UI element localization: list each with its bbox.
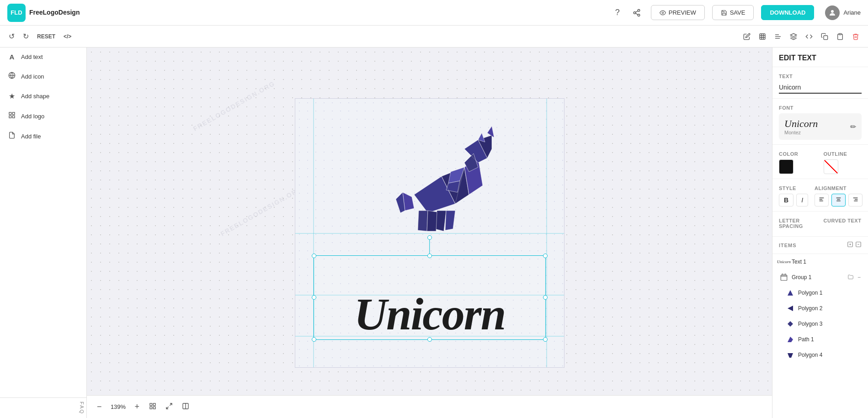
redo-button[interactable]: ↻ — [20, 30, 32, 43]
layer-group-folder-button[interactable] — [847, 273, 855, 282]
svg-rect-7 — [760, 34, 765, 39]
svg-rect-19 — [9, 116, 11, 118]
svg-rect-12 — [824, 36, 828, 40]
align-right-button[interactable] — [848, 194, 863, 206]
sidebar-item-add-logo[interactable]: Add logo — [0, 106, 86, 126]
watermark-3: FREELOGODESIGN.ORG — [219, 185, 304, 238]
sidebar-item-add-icon[interactable]: Add icon — [0, 66, 86, 86]
svg-point-70 — [782, 274, 783, 275]
sidebar-item-add-text[interactable]: A Add text — [0, 48, 86, 66]
delete-icon-button[interactable] — [849, 31, 863, 42]
edit-text-header: EDIT TEXT — [772, 48, 868, 67]
reset-button[interactable]: RESET — [34, 31, 59, 42]
italic-button[interactable]: I — [796, 194, 808, 206]
layer-text1[interactable]: Unicorn Text 1 — [772, 254, 868, 270]
zoom-value: 139% — [109, 403, 128, 410]
layer-group-collapse-button[interactable]: − — [857, 273, 862, 282]
layer-polygon2-thumb — [785, 303, 795, 313]
layer-group1-name: Group 1 — [792, 274, 844, 280]
right-panel: EDIT TEXT TEXT FONT Unicorn Montez ✏ COL… — [772, 48, 868, 418]
handle-tm[interactable] — [427, 254, 432, 258]
help-button[interactable]: ? — [612, 5, 623, 20]
layer-polygon3[interactable]: Polygon 3 — [772, 316, 868, 332]
unicorn-illustration — [378, 112, 506, 245]
svg-line-3 — [635, 13, 638, 15]
layers-icon-button[interactable] — [787, 31, 800, 42]
svg-marker-72 — [788, 290, 793, 296]
letter-spacing-label: LETTER SPACING — [779, 218, 817, 229]
logo-text: FreeLogoDesign — [29, 9, 80, 16]
edit-icon-button[interactable] — [740, 31, 754, 42]
fit-view-button[interactable] — [163, 400, 175, 414]
code-button[interactable]: </> — [60, 31, 75, 42]
svg-rect-48 — [153, 403, 155, 406]
items-collapse-button[interactable] — [855, 241, 862, 249]
resize-icon-button[interactable] — [756, 31, 769, 42]
layer-polygon2-name: Polygon 2 — [798, 305, 862, 312]
logo-nav-icon — [7, 111, 16, 121]
align-icon-button[interactable] — [771, 31, 785, 42]
font-preview-box[interactable]: Unicorn Montez ✏ — [779, 113, 862, 140]
font-edit-button[interactable]: ✏ — [850, 122, 856, 131]
canvas-wrapper[interactable]: Unicorn — [295, 98, 564, 368]
style-label: STYLE — [779, 185, 808, 191]
color-swatch[interactable] — [779, 159, 793, 174]
layer-polygon3-thumb — [785, 319, 795, 329]
align-center-button[interactable] — [831, 194, 846, 206]
main-layout: A Add text Add icon ★ Add shape Add logo… — [0, 48, 868, 418]
svg-line-4 — [635, 11, 638, 12]
download-button[interactable]: DOWNLOAD — [761, 5, 814, 20]
zoom-in-button[interactable]: + — [132, 400, 143, 413]
faq-strip: FAQ — [0, 397, 86, 418]
code-alt-icon-button[interactable] — [802, 31, 816, 42]
undo-button[interactable]: ↺ — [5, 30, 18, 43]
split-view-button[interactable] — [180, 400, 192, 414]
style-section: STYLE B I ALIGNMENT — [772, 179, 868, 212]
handle-bm[interactable] — [427, 337, 432, 342]
svg-point-2 — [638, 14, 640, 16]
logo-area: FLD FreeLogoDesign — [7, 4, 80, 22]
layer-polygon4[interactable]: Polygon 4 — [772, 347, 868, 363]
logo-abbr: FLD — [11, 9, 22, 16]
curved-text-label: CURVED TEXT — [824, 218, 862, 223]
paste-icon-button[interactable] — [833, 31, 847, 42]
sidebar-item-add-file[interactable]: Add file — [0, 126, 86, 146]
save-button[interactable]: SAVE — [712, 5, 754, 20]
grid-view-button[interactable] — [147, 400, 159, 414]
canvas-area[interactable]: FREELOGODESIGN.ORG FREELOGODESIGN.ORG FR… — [87, 48, 772, 418]
selection-box[interactable] — [314, 255, 546, 340]
handle-lm[interactable] — [312, 295, 316, 300]
share-button[interactable] — [630, 6, 644, 20]
zoom-out-button[interactable]: − — [94, 400, 105, 413]
layer-group1[interactable]: Group 1 − — [772, 270, 868, 285]
layer-path1[interactable]: Path 1 — [772, 332, 868, 347]
sidebar-item-label: Add shape — [21, 93, 49, 100]
sidebar-item-label: Add icon — [21, 73, 44, 80]
globe-icon — [7, 72, 16, 81]
bold-button[interactable]: B — [779, 194, 793, 206]
svg-point-1 — [634, 11, 636, 14]
layer-polygon3-name: Polygon 3 — [798, 321, 862, 327]
items-expand-button[interactable] — [847, 241, 853, 249]
rotate-handle[interactable] — [427, 235, 432, 240]
handle-bl[interactable] — [312, 337, 316, 342]
svg-rect-17 — [12, 112, 15, 115]
outline-swatch[interactable] — [824, 159, 838, 174]
layer-polygon1[interactable]: Polygon 1 — [772, 285, 868, 301]
align-left-button[interactable] — [815, 194, 829, 206]
user-name: Ariane — [843, 9, 861, 16]
handle-tr[interactable] — [543, 254, 548, 258]
text-section: TEXT — [772, 67, 868, 99]
text-input[interactable] — [779, 82, 862, 94]
layer-polygon1-thumb — [785, 288, 795, 298]
handle-tl[interactable] — [312, 254, 316, 258]
layer-polygon2[interactable]: Polygon 2 — [772, 301, 868, 316]
svg-point-71 — [785, 274, 786, 275]
handle-rm[interactable] — [543, 295, 548, 300]
preview-button[interactable]: PREVIEW — [651, 5, 705, 20]
extra-labels-section: LETTER SPACING CURVED TEXT — [772, 212, 868, 237]
handle-br[interactable] — [543, 337, 548, 342]
copy-icon-button[interactable] — [818, 31, 831, 42]
sidebar-item-add-shape[interactable]: ★ Add shape — [0, 86, 86, 106]
items-header: ITEMS — [772, 237, 868, 254]
